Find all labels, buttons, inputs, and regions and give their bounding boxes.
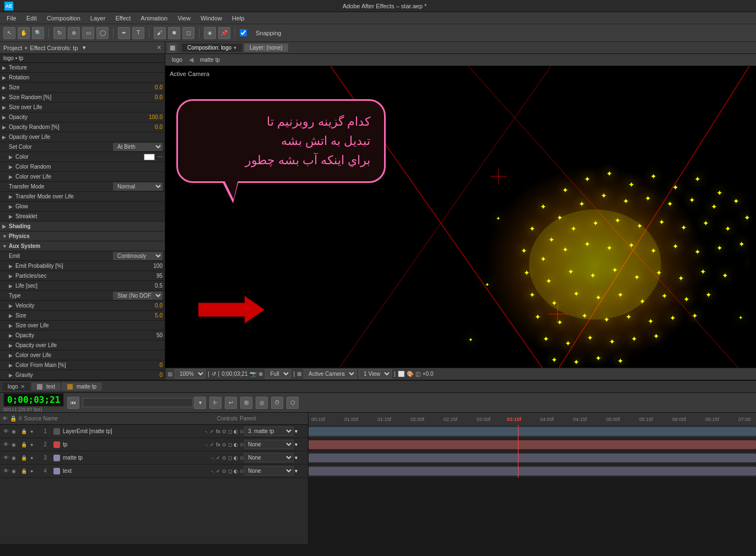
lock-1[interactable]: 🔒 xyxy=(21,429,29,434)
prop-size-random[interactable]: ▶ Size Random [%] 0.0 xyxy=(0,93,165,102)
layer-row-2[interactable]: 👁 ◉ 🔒 ● 2 tp -. ✓ fx ⊙ ◻ ◐ ⊙ None xyxy=(0,438,308,451)
tab-composition-logo[interactable]: Composition: logo ▾ xyxy=(182,44,242,52)
ctrl-4-d[interactable]: ◻ xyxy=(228,468,232,474)
tl-dropdown-btn[interactable]: ▾ xyxy=(194,397,206,409)
view-select[interactable]: 1 View xyxy=(359,369,392,379)
panel-menu-btn[interactable]: ▾ xyxy=(83,44,86,51)
tl-btn-6[interactable]: ⬡ xyxy=(287,397,299,409)
prop-aux-system[interactable]: ▼ Aux System xyxy=(0,241,165,251)
parent-select-3[interactable]: None xyxy=(244,453,294,462)
color-menu[interactable]: ⋯ xyxy=(157,154,163,160)
eye-3[interactable]: 👁 xyxy=(2,455,10,461)
ctrl-1-c[interactable]: ⊙ xyxy=(222,429,226,434)
layer-row-3[interactable]: 👁 ◉ 🔒 ● 3 matte tp -. ✓ ⊙ ◻ ◐ ⊙ None ▼ xyxy=(0,451,308,465)
dropdown-set-color[interactable]: At Birth xyxy=(113,143,163,151)
parent-select-2[interactable]: None xyxy=(244,440,294,449)
menu-file[interactable]: File xyxy=(2,14,21,23)
prop-ool-aux[interactable]: ▶ Opacity over Life xyxy=(0,341,165,350)
menu-window[interactable]: Window xyxy=(196,14,226,23)
solo-4[interactable]: ◉ xyxy=(12,468,19,474)
layer-row-1[interactable]: 👁 ◉ 🔒 ● 1 LayerEmit [matte tp] -. ✓ fx ⊙… xyxy=(0,425,308,438)
project-label[interactable]: Project xyxy=(3,45,22,51)
prop-size-over-life-aux[interactable]: ▶ Size over Life xyxy=(0,321,165,331)
ctrl-1-e[interactable]: ◐ xyxy=(234,429,238,434)
eye-4[interactable]: 👁 xyxy=(2,468,10,474)
menu-composition[interactable]: Composition xyxy=(42,14,85,23)
ctrl-3-e[interactable]: ◐ xyxy=(234,455,238,461)
tl-btn-1[interactable]: ⊩ xyxy=(209,397,222,409)
panel-close-btn[interactable]: ✕ xyxy=(156,44,161,51)
eye-1[interactable]: 👁 xyxy=(2,428,10,434)
lock-4[interactable]: 🔒 xyxy=(21,468,29,474)
tool-brush[interactable]: 🖌 xyxy=(154,27,166,39)
ctrl-2-e[interactable]: ◐ xyxy=(234,442,238,447)
tool-select[interactable]: ↖ xyxy=(3,27,15,39)
eye-2[interactable]: 👁 xyxy=(2,441,10,447)
ctrl-3-a[interactable]: -. xyxy=(212,455,215,461)
ctrl-3-b[interactable]: ✓ xyxy=(216,455,220,461)
prop-opacity-random[interactable]: ▶ Opacity Random [%] 0.0 xyxy=(0,122,165,132)
effect-controls-label[interactable]: Effect Controls: tp xyxy=(30,45,78,51)
ctrl-4-c[interactable]: ⊙ xyxy=(222,468,226,474)
prop-col-aux[interactable]: ▶ Color over Life xyxy=(0,350,165,360)
tl-tab-logo[interactable]: logo ✕ xyxy=(2,382,30,391)
prop-gravity[interactable]: ▶ Gravity 0 xyxy=(0,370,165,380)
prop-size[interactable]: ▶ Size 0.0 xyxy=(0,83,165,93)
ctrl-2-b[interactable]: ✓ xyxy=(210,442,214,447)
prop-opacity[interactable]: ▶ Opacity 100.0 xyxy=(0,112,165,122)
menu-help[interactable]: Help xyxy=(228,14,249,23)
tab-layer-none[interactable]: Layer: (none) xyxy=(244,44,288,52)
menu-layer[interactable]: Layer xyxy=(86,14,110,23)
ctrl-1-fx[interactable]: fx xyxy=(216,429,220,434)
ctrl-2-fx[interactable]: fx xyxy=(216,442,220,447)
tool-rotate[interactable]: ↻ xyxy=(53,27,66,39)
prop-texture[interactable]: ▶ Texture xyxy=(0,63,165,73)
ctrl-4-a[interactable]: -. xyxy=(212,468,215,474)
prop-set-color[interactable]: Set Color At Birth xyxy=(0,142,165,152)
tl-btn-2[interactable]: ↩ xyxy=(225,397,237,409)
dropdown-emit[interactable]: Continously xyxy=(113,252,163,260)
ctrl-1-b[interactable]: ✓ xyxy=(210,429,214,434)
tl-home-btn[interactable]: ⏮ xyxy=(67,397,79,409)
prop-emit[interactable]: Emit Continously xyxy=(0,251,165,261)
tool-zoom[interactable]: 🔍 xyxy=(32,27,44,39)
parent-select-4[interactable]: None xyxy=(244,466,294,476)
tool-hand[interactable]: ✋ xyxy=(18,27,30,39)
quality-select[interactable]: Full xyxy=(265,369,291,379)
prop-glow[interactable]: ▶ Glow xyxy=(0,202,165,212)
prop-color-over-life[interactable]: ▶ Color over Life xyxy=(0,172,165,182)
prop-size-over-life[interactable]: ▶ Size over Life xyxy=(0,102,165,112)
prop-streaklet[interactable]: ▶ Streaklet xyxy=(0,212,165,222)
solo-2[interactable]: ◉ xyxy=(12,442,19,447)
tool-eraser[interactable]: ◻ xyxy=(182,27,195,39)
tab-comp-close[interactable]: ▾ xyxy=(234,45,236,51)
playhead[interactable] xyxy=(518,425,519,478)
prop-transfer-mode-over-life[interactable]: ▶ Transfer Mode over Life xyxy=(0,192,165,202)
menu-view[interactable]: View xyxy=(173,14,195,23)
tool-pen[interactable]: ✒ xyxy=(118,27,130,39)
tool-puppet[interactable]: 📌 xyxy=(218,27,230,39)
prop-particles-sec[interactable]: ▶ Particles/sec 95 xyxy=(0,271,165,281)
tl-tab-text[interactable]: text xyxy=(31,382,61,391)
tl-btn-3[interactable]: ⊞ xyxy=(240,397,252,409)
solo-1[interactable]: ◉ xyxy=(12,429,19,434)
shy-3[interactable]: ● xyxy=(30,455,38,461)
tl-btn-4[interactable]: ◎ xyxy=(256,397,268,409)
prop-shading[interactable]: ▶ Shading xyxy=(0,222,165,231)
shy-1[interactable]: ● xyxy=(30,429,38,434)
tool-rect[interactable]: ▭ xyxy=(82,27,94,39)
ctrl-3-c[interactable]: ⊙ xyxy=(222,455,226,461)
shy-4[interactable]: ● xyxy=(30,468,38,474)
prop-color-random[interactable]: ▶ Color Random xyxy=(0,162,165,172)
prop-opacity-aux[interactable]: ▶ Opacity 50 xyxy=(0,331,165,341)
menu-edit[interactable]: Edit xyxy=(22,14,41,23)
ctrl-2-c[interactable]: ⊙ xyxy=(222,442,226,447)
color-swatch[interactable] xyxy=(144,154,155,160)
tool-text[interactable]: T xyxy=(132,27,144,39)
zoom-select[interactable]: 100% xyxy=(175,369,206,379)
camera-select[interactable]: Active Camera xyxy=(304,369,357,379)
tool-anchor[interactable]: ⊕ xyxy=(68,27,80,39)
lock-3[interactable]: 🔒 xyxy=(21,455,29,461)
layer-row-4[interactable]: 👁 ◉ 🔒 ● 4 text -. ✓ ⊙ ◻ ◐ ⊙ None ▼ xyxy=(0,465,308,478)
dropdown-type[interactable]: Star (No DOF) xyxy=(113,292,163,300)
